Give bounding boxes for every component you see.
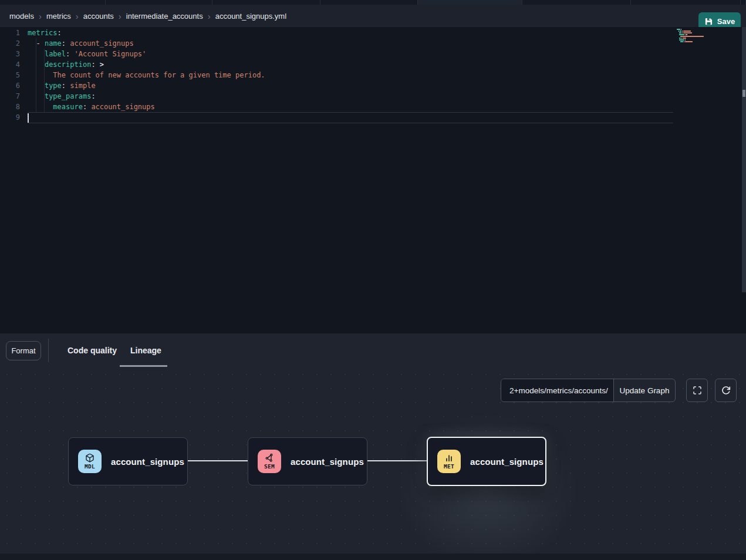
breadcrumb-item-metrics[interactable]: metrics (46, 12, 71, 21)
breadcrumb-item-models[interactable]: models (9, 12, 34, 21)
code-content[interactable]: metrics: - name: account_signups label: … (28, 28, 711, 123)
active-tab-underline (120, 365, 167, 367)
line-number-gutter: 123456789 (0, 28, 20, 123)
model-badge: MDL (78, 450, 102, 473)
top-tab[interactable] (106, 0, 212, 5)
top-tab (741, 0, 746, 5)
code-editor[interactable]: 123456789 metrics: - name: account_signu… (0, 27, 746, 333)
breadcrumb-item-intermediate-accounts[interactable]: intermediate_accounts (126, 12, 203, 21)
lineage-edge (367, 460, 427, 461)
semantic-graph-icon (265, 453, 274, 463)
top-tab-strip (0, 0, 746, 5)
tab-lineage[interactable]: Lineage (130, 333, 161, 367)
maximize-icon (693, 386, 702, 395)
lineage-node-semantic-model[interactable]: SEM account_signups (248, 437, 367, 485)
top-tab-active[interactable] (418, 0, 522, 5)
update-graph-button[interactable]: Update Graph (614, 379, 675, 402)
node-label: account_signups (291, 457, 364, 467)
lineage-canvas[interactable]: 2+models/metrics/accounts/ Update Graph (0, 367, 746, 560)
top-tab[interactable] (212, 0, 320, 5)
chevron-right-icon: › (119, 12, 121, 21)
breadcrumb: models › metrics › accounts › intermedia… (0, 5, 746, 27)
badge-label: SEM (264, 463, 275, 470)
badge-label: MDL (85, 463, 95, 470)
fullscreen-button[interactable] (686, 379, 708, 402)
top-tab[interactable] (522, 0, 631, 5)
canvas-footer-strip (0, 554, 746, 560)
node-label: account_signups (111, 457, 184, 467)
top-tab[interactable] (631, 0, 741, 5)
badge-label: MET (444, 463, 454, 470)
format-button[interactable]: Format (6, 341, 41, 360)
divider (48, 339, 49, 362)
lineage-edge (188, 460, 248, 461)
metric-badge: MET (437, 450, 461, 473)
breadcrumb-item-accounts[interactable]: accounts (83, 12, 114, 21)
ide-window: models › metrics › accounts › intermedia… (0, 0, 746, 560)
minimap[interactable] (677, 29, 712, 45)
lineage-toolbar: 2+models/metrics/accounts/ Update Graph (501, 379, 737, 402)
lineage-node-model[interactable]: MDL account_signups (68, 437, 188, 485)
scrollbar-thumb[interactable] (742, 90, 745, 97)
lineage-node-metric-selected[interactable]: MET account_signups (427, 437, 546, 486)
bottom-panel: Format Code quality Lineage 2+models/met… (0, 333, 746, 560)
floppy-disk-icon (704, 17, 713, 26)
bar-chart-icon (444, 453, 454, 463)
tab-code-quality[interactable]: Code quality (67, 333, 117, 367)
chevron-right-icon: › (208, 12, 211, 21)
refresh-icon (721, 386, 731, 395)
bottom-panel-header: Format Code quality Lineage (0, 333, 746, 367)
cube-icon (85, 453, 94, 463)
top-tab[interactable] (0, 0, 106, 5)
top-tab[interactable] (320, 0, 418, 5)
semantic-badge: SEM (258, 450, 281, 473)
breadcrumb-item-file[interactable]: account_signups.yml (215, 12, 286, 21)
node-label: account_signups (470, 457, 544, 467)
chevron-right-icon: › (39, 12, 42, 21)
save-button-label: Save (717, 17, 735, 26)
refresh-button[interactable] (715, 379, 737, 402)
editor-scrollbar[interactable] (742, 27, 746, 292)
selector-group: 2+models/metrics/accounts/ Update Graph (501, 379, 676, 402)
chevron-right-icon: › (76, 12, 79, 21)
lineage-selector-input[interactable]: 2+models/metrics/accounts/ (501, 379, 614, 402)
